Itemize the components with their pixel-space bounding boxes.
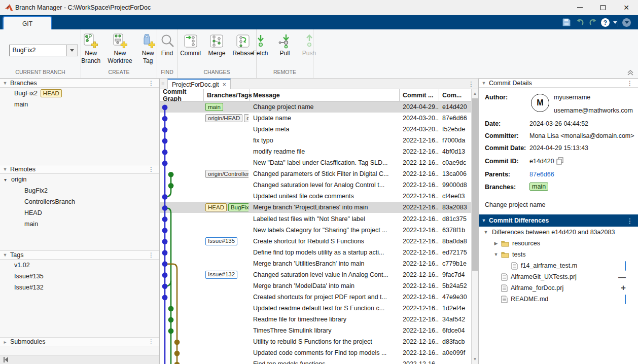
tree-item-aiframe-fordoc-prj[interactable]: Aiframe_forDoc.prj+ — [479, 282, 638, 294]
tab-bar-menu-icon[interactable]: ⋮ — [468, 80, 475, 88]
tag-item-v1.02[interactable]: v1.02 — [0, 260, 159, 271]
commit-row-c0ae9dc[interactable]: New "Data" label under Clasffication. Ta… — [160, 157, 471, 168]
commit-row-c779b1e[interactable]: Merge branch 'UtilitiesBranch' into main… — [160, 258, 471, 269]
remote-branch-item-head[interactable]: HEAD — [0, 207, 159, 219]
tree-item-readme-md[interactable]: README.md — [479, 294, 638, 305]
current-branch-dropdown-button[interactable] — [66, 45, 78, 56]
branch-item-main[interactable]: main — [0, 99, 159, 110]
scrollbar-thumb[interactable] — [472, 98, 478, 271]
commit-row-cf4ee03[interactable]: Updated unitest file code comments2022-1… — [160, 191, 471, 202]
submodules-menu-icon[interactable]: ⋮ — [148, 338, 154, 345]
commit-row-partial[interactable]: Find top models functions2022-12-16... — [160, 358, 471, 364]
new-branch-button[interactable]: New Branch — [80, 31, 102, 66]
tree-item-f14-airframe-test-m[interactable]: f14_airframe_test.m — [479, 260, 638, 271]
remote-branch-item-main[interactable]: main — [0, 219, 159, 230]
collapse-triangle-icon[interactable]: ▼ — [0, 167, 10, 172]
new-worktree-button[interactable]: New Worktree — [106, 31, 133, 66]
column-header-branches-tags[interactable]: Branches/Tags — [204, 89, 250, 101]
commit-row-d81c375[interactable]: Labelled test files with "Not Share" lab… — [160, 213, 471, 225]
tag-item-issue135[interactable]: Issue#135 — [0, 271, 159, 282]
commit-row-99000d8[interactable]: Changed saturation level for Analog Cont… — [160, 179, 471, 191]
commit-details-menu-icon[interactable]: ⋮ — [627, 80, 633, 87]
remote-item-origin[interactable]: ▾origin — [0, 174, 159, 185]
tags-menu-icon[interactable]: ⋮ — [148, 251, 154, 259]
panel-menu-icon[interactable]: ≡ — [161, 81, 164, 87]
collapse-triangle-icon[interactable]: ▾ — [4, 177, 11, 183]
scroll-down-icon[interactable]: ▼ — [472, 356, 478, 363]
commit-row-d83facb[interactable]: Utility to rebuild S Functions for the p… — [160, 336, 471, 347]
commit-row-34af542[interactable]: Readme file for timesthree library2022-1… — [160, 314, 471, 325]
undo-icon[interactable] — [575, 17, 586, 28]
tab-close-icon[interactable]: × — [223, 81, 226, 88]
parent-commit-link[interactable]: 87e6d66 — [529, 171, 554, 178]
commit-row-47e9e30[interactable]: Created shortcuts for project PDF report… — [160, 292, 471, 303]
branches-panel-header[interactable]: ▼ Branches ⋮ — [0, 79, 159, 88]
commit-row-4bf0d13[interactable]: modify readme file2022-12-16...4bf0d13 — [160, 146, 471, 157]
collapse-triangle-icon[interactable]: ▼ — [479, 81, 489, 86]
submodules-panel-header[interactable]: ▸ Submodules ⋮ — [0, 337, 159, 346]
branches-menu-icon[interactable]: ⋮ — [148, 80, 154, 87]
collapse-triangle-icon[interactable]: ▼ — [479, 218, 489, 223]
commit-row-a0e099f[interactable]: Updated code comments for Find top model… — [160, 347, 471, 358]
commit-differences-menu-icon[interactable]: ⋮ — [627, 217, 633, 225]
column-header-commit-graph[interactable]: Commit Graph — [160, 89, 204, 101]
sidebar-horizontal-scrollbar[interactable] — [0, 355, 159, 364]
copy-icon[interactable] — [556, 157, 563, 165]
commit-differences-header[interactable]: ▼ Commit Differences ⋮ — [479, 214, 638, 227]
pull-button[interactable]: Pull — [275, 31, 295, 58]
merge-button[interactable]: Merge — [206, 31, 227, 58]
commit-row-e14d420[interactable]: mainChange project name2024-04-29...e14d… — [160, 101, 471, 113]
collapse-ribbon-icon[interactable] — [627, 70, 634, 76]
save-icon[interactable] — [561, 17, 572, 28]
commit-row-1d2ef4e[interactable]: Updated readme default text for S Functi… — [160, 303, 471, 314]
panel-dropdown-icon[interactable] — [622, 18, 631, 27]
column-header-message[interactable]: Message — [250, 89, 400, 101]
commit-row-83a2083[interactable]: HEADBugFix2oMerge branch 'ProjectLibrari… — [160, 202, 471, 213]
commit-row-6378f1b[interactable]: New labels Category for "Sharing" the pr… — [160, 225, 471, 236]
commit-row-13ca006[interactable]: origin/ControllersBranchChanged paramete… — [160, 168, 471, 179]
collapse-triangle-icon[interactable]: ▼ — [0, 81, 10, 86]
commit-row-8ba0da8[interactable]: Issue#135Create shortcut for Rebuild S F… — [160, 236, 471, 247]
remotes-panel-header[interactable]: ▼ Remotes ⋮ — [0, 165, 159, 174]
commit-row-f7000da[interactable]: fix typo2022-12-16...f7000da — [160, 135, 471, 146]
commit-button[interactable]: Commit — [179, 31, 202, 58]
ribbon-group-find: FindFIND — [157, 29, 178, 78]
expand-triangle-icon[interactable]: ▸ — [0, 339, 10, 345]
commit-details-header[interactable]: ▼ Commit Details ⋮ — [479, 79, 638, 88]
maximize-button[interactable] — [591, 0, 615, 15]
column-header-commit-date[interactable]: Commit ... — [400, 89, 439, 101]
tree-item-tests[interactable]: ▼tests — [479, 249, 638, 260]
collapse-triangle-icon[interactable]: ▼ — [483, 230, 489, 235]
collapse-triangle-icon[interactable]: ▼ — [0, 252, 10, 258]
commit-row-5b24a52[interactable]: Merge branch 'ModelData' into main2022-1… — [160, 280, 471, 292]
commit-list-scrollbar[interactable]: ▲ ▼ — [471, 89, 478, 364]
column-header-commit-id[interactable]: Com... — [439, 89, 471, 101]
tags-panel-header[interactable]: ▼ Tags ⋮ — [0, 250, 159, 260]
close-button[interactable]: ✕ — [615, 0, 638, 15]
fetch-button[interactable]: Fetch — [251, 31, 271, 58]
redo-icon[interactable] — [587, 17, 598, 28]
remotes-menu-icon[interactable]: ⋮ — [148, 166, 154, 173]
commit-row-ed72175[interactable]: Define find top models utility as a star… — [160, 247, 471, 258]
tree-item-resources[interactable]: ▶resources — [479, 238, 638, 249]
current-branch-input[interactable]: BugFix2 — [9, 45, 66, 56]
commit-row-f52e5de[interactable]: Update meta2024-03-20...f52e5de — [160, 124, 471, 135]
commit-row-6fdce04[interactable]: TimesThree Simulink library2022-12-16...… — [160, 325, 471, 336]
scroll-up-icon[interactable]: ▲ — [472, 90, 478, 97]
branch-item-bugfix2[interactable]: BugFix2HEAD — [0, 88, 159, 99]
scroll-left-end-icon[interactable] — [3, 357, 9, 362]
collapse-triangle-icon[interactable]: ▼ — [493, 252, 499, 257]
new-tag-button[interactable]: New Tag — [138, 31, 158, 66]
tab-git[interactable]: GIT — [3, 16, 52, 30]
tree-item-aiframegit-uxtests-prj[interactable]: AiframeGit_UXTests.prj— — [479, 271, 638, 282]
remote-branch-item-bugfix2[interactable]: BugFix2 — [0, 185, 159, 196]
remote-branch-item-controllersbranch[interactable]: ControllersBranch — [0, 196, 159, 207]
commit-row-9fac7d4[interactable]: Issue#132Changed saturation level value … — [160, 269, 471, 280]
commit-row-87e6d66[interactable]: origin/HEADorigUpdate name2024-03-20...8… — [160, 113, 471, 124]
expand-triangle-icon[interactable]: ▶ — [493, 241, 499, 246]
help-icon[interactable]: ? — [599, 17, 611, 28]
tag-item-issue132[interactable]: Issue#132 — [0, 282, 159, 293]
tree-item-differences-between-e14d420-and-83a2083[interactable]: ▼Differences between e14d420 and 83a2083 — [479, 227, 638, 238]
find-button[interactable]: Find — [157, 31, 178, 58]
minimize-button[interactable] — [568, 0, 591, 15]
